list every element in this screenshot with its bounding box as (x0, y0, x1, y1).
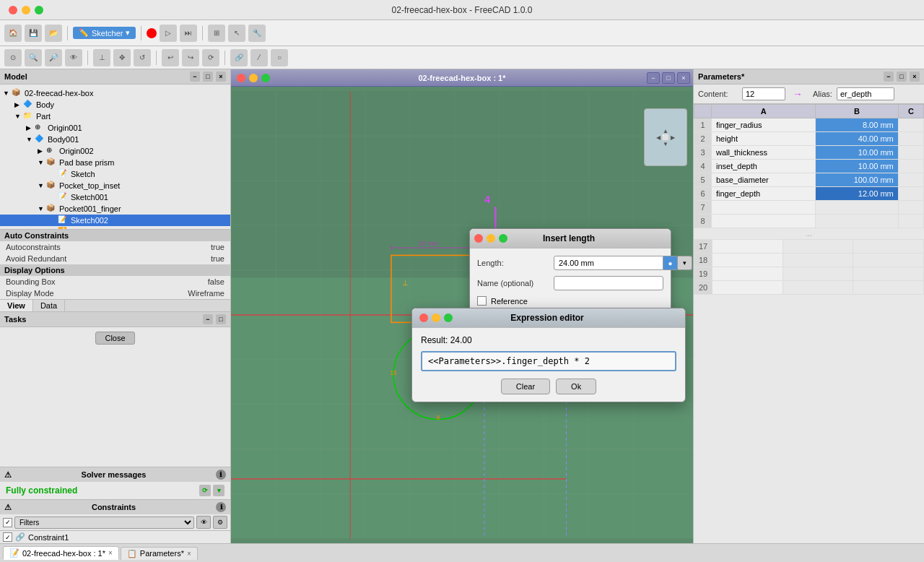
snap-icon[interactable]: 🔗 (230, 49, 248, 66)
maximize-window-button[interactable] (35, 6, 43, 14)
zoom-fit-icon[interactable]: ⊙ (4, 49, 22, 66)
model-panel-controls[interactable]: − □ × (190, 72, 226, 82)
filters-dropdown[interactable]: Filters (14, 516, 194, 529)
table-row[interactable]: 2 height 40.00 mm (694, 132, 924, 146)
tree-item-pocket-top[interactable]: ▼ 📦 Pocket_top_inset (0, 180, 230, 191)
tree-item-sketch[interactable]: 📝 Sketch (0, 168, 230, 180)
viewport-window-controls[interactable]: − □ × (647, 72, 690, 84)
record-button[interactable] (147, 28, 157, 38)
solver-refresh-controls[interactable]: ⟳ ▾ (199, 485, 225, 496)
constraints-eye-icon[interactable]: 👁 (196, 516, 211, 529)
viewport[interactable]: 02-freecad-hex-box : 1* − □ × (231, 69, 693, 543)
viewport-max-icon[interactable] (261, 74, 270, 82)
ok-button[interactable]: Ok (556, 379, 596, 394)
insert-dialog-min-icon[interactable] (487, 234, 495, 243)
params-restore-icon[interactable]: □ (897, 72, 907, 82)
tree-item-root[interactable]: ▼ 📦 02-freecad-hex-box (0, 87, 230, 99)
view-icon[interactable]: 👁 (65, 49, 82, 66)
close-button[interactable]: Close (95, 332, 134, 345)
constraints-checkbox[interactable]: ✓ (3, 518, 12, 527)
nav-cube[interactable]: ▲ ◀ ⬜ ▶ ▼ (644, 108, 687, 166)
viewport-restore-icon[interactable]: □ (662, 72, 675, 84)
save-icon[interactable]: 💾 (25, 25, 42, 42)
undo-icon[interactable]: ↩ (162, 49, 179, 66)
panel-close-icon[interactable]: × (216, 72, 226, 82)
tree-item-origin001[interactable]: ▶ ⊕ Origin001 (0, 122, 230, 134)
table-row[interactable]: 6 finger_depth 12.00 mm ◀— 2 (694, 187, 924, 201)
table-row[interactable]: 20 (694, 281, 924, 295)
home-icon[interactable]: 🏠 (4, 25, 22, 42)
minimize-window-button[interactable] (22, 6, 30, 14)
viewport-traffic-lights[interactable] (237, 74, 270, 82)
tab-viewport[interactable]: 📝 02-freecad-hex-box : 1* × (3, 546, 119, 560)
refresh-icon[interactable]: ⟳ (202, 49, 219, 66)
play-icon[interactable]: ▷ (160, 25, 177, 42)
params-minimize-icon[interactable]: − (884, 72, 894, 82)
table-row[interactable]: 1 finger_radius 8.00 mm (694, 118, 924, 132)
tree-item-pocket-finger[interactable]: ▼ 📦 Pocket001_finger (0, 203, 230, 215)
table-row[interactable]: 17 (694, 240, 924, 254)
table-row[interactable]: 4 inset_depth 10.00 mm (694, 160, 924, 173)
table-row[interactable]: 8 (694, 215, 924, 228)
tree-item-body001[interactable]: ▼ 🔷 Body001 (0, 134, 230, 145)
constraint1-item[interactable]: ✓ 🔗 Constraint1 (0, 531, 230, 543)
expr-dialog-traffic[interactable] (419, 314, 453, 322)
tasks-controls[interactable]: − □ (203, 314, 226, 324)
rotate-icon[interactable]: ↺ (134, 49, 151, 66)
constraints-tools-icon[interactable]: ⚙ (213, 516, 227, 529)
sketcher-selector[interactable]: ✏️ Sketcher ▾ (73, 27, 136, 39)
solver-info-icon[interactable]: ℹ (216, 470, 226, 480)
tab-parameters[interactable]: 📋 Parameters* × (121, 547, 198, 560)
tasks-restore-icon[interactable]: □ (216, 314, 226, 324)
panel-minimize-icon[interactable]: − (190, 72, 200, 82)
cursor-icon[interactable]: ↖ (228, 25, 245, 42)
tree-item-sketch001[interactable]: 📝 Sketch001 (0, 191, 230, 203)
insert-dialog-traffic[interactable] (474, 234, 507, 243)
clear-button[interactable]: Clear (501, 379, 550, 394)
reference-checkbox[interactable] (477, 296, 487, 306)
table-row[interactable]: 19 (694, 267, 924, 281)
tree-item-part[interactable]: ▼ 📁 Part (0, 111, 230, 122)
viewport-min-icon[interactable] (249, 74, 258, 82)
grid-icon[interactable]: ⊞ (208, 25, 225, 42)
constraint1-checkbox[interactable]: ✓ (3, 532, 12, 542)
viewport-close-icon[interactable] (237, 74, 245, 82)
solver-refresh-icon[interactable]: ⟳ (199, 485, 211, 496)
expr-min-icon[interactable] (432, 314, 440, 322)
params-panel-controls[interactable]: − □ × (884, 72, 920, 82)
alias-input[interactable] (837, 87, 894, 100)
viewport-close-btn-icon[interactable]: × (677, 72, 690, 84)
expr-max-icon[interactable] (444, 314, 453, 322)
insert-dialog-max-icon[interactable] (499, 234, 507, 243)
tasks-minimize-icon[interactable]: − (203, 314, 213, 324)
line-icon[interactable]: ∕ (250, 49, 268, 66)
constraint-icon-1[interactable]: ⊥ (93, 49, 110, 66)
tab-view[interactable]: View (0, 300, 33, 311)
viewport-minimize-icon[interactable]: − (647, 72, 660, 84)
tree-item-origin002[interactable]: ▶ ⊕ Origin002 (0, 145, 230, 157)
move-icon[interactable]: ✥ (113, 49, 131, 66)
tab-viewport-close-icon[interactable]: × (108, 549, 113, 557)
expr-close-icon[interactable] (419, 314, 428, 322)
tree-item-body[interactable]: ▶ 🔷 Body (0, 99, 230, 111)
content-input[interactable] (742, 87, 785, 100)
length-spinner-icon[interactable]: ▾ (678, 256, 692, 270)
zoom-out-icon[interactable]: 🔎 (45, 49, 62, 66)
constraints-info-icon[interactable]: ℹ (216, 502, 226, 512)
window-controls[interactable] (9, 6, 43, 14)
table-row[interactable]: 18 (694, 254, 924, 267)
open-icon[interactable]: 📂 (45, 25, 62, 42)
tree-item-pad[interactable]: ▼ 📦 Pad base prism (0, 157, 230, 168)
table-row[interactable]: 7 (694, 201, 924, 215)
length-input-blue-icon[interactable]: ● (663, 256, 678, 270)
tools-icon[interactable]: 🔧 (248, 25, 266, 42)
close-window-button[interactable] (9, 6, 17, 14)
tree-item-sketch002[interactable]: 📝 Sketch002 (0, 215, 230, 226)
panel-restore-icon[interactable]: □ (203, 72, 213, 82)
tab-parameters-close-icon[interactable]: × (187, 550, 191, 558)
expression-input[interactable] (421, 351, 676, 371)
table-row[interactable]: 3 wall_thickness 10.00 mm (694, 146, 924, 160)
length-input[interactable] (554, 256, 663, 270)
redo-icon[interactable]: ↪ (182, 49, 199, 66)
zoom-in-icon[interactable]: 🔍 (25, 49, 42, 66)
